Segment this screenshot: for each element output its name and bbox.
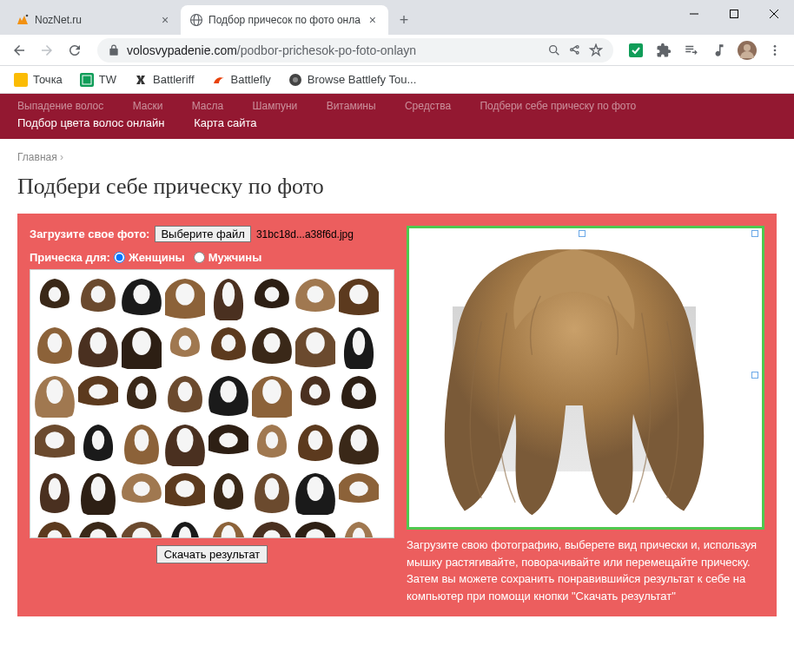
svg-point-53 [49,478,61,499]
hairstyle-thumbnail[interactable] [208,322,249,371]
close-icon[interactable]: × [366,13,380,27]
hairstyle-thumbnail[interactable] [34,322,76,371]
hairstyle-thumbnail[interactable] [164,468,206,517]
resize-handle-icon[interactable] [751,372,758,379]
nav-link[interactable]: Подбери себе прическу по фото [480,97,636,115]
share-icon[interactable] [568,43,582,57]
reload-button[interactable] [63,38,87,63]
window-close-button[interactable] [754,0,794,28]
back-button[interactable] [7,38,31,63]
hairstyle-thumbnail[interactable] [251,517,293,538]
bookmark-item[interactable]: Battlefly [205,69,278,90]
hairstyle-thumbnail[interactable] [77,419,119,468]
svg-point-36 [353,331,365,355]
hairstyle-thumbnail[interactable] [208,468,249,517]
profile-avatar[interactable] [735,38,759,63]
hairstyle-thumbnail[interactable] [164,517,206,538]
hairstyle-thumbnail[interactable] [338,468,380,517]
hairstyle-thumbnail[interactable] [121,322,162,371]
music-icon[interactable] [707,38,731,63]
extension-icon[interactable] [624,38,648,63]
hairstyle-thumbnail[interactable] [294,371,336,419]
resize-handle-icon[interactable] [751,230,758,237]
hairstyle-thumbnail[interactable] [208,419,249,468]
hairstyle-thumbnail[interactable] [338,371,380,419]
hairstyle-thumbnail[interactable] [251,273,293,322]
hairstyle-thumbnail[interactable] [338,322,380,371]
reading-list-icon[interactable] [679,38,704,63]
hairstyle-thumbnail[interactable] [121,371,162,419]
hairstyle-thumbnail[interactable] [294,419,336,468]
browser-tab[interactable]: NozNet.ru × [7,5,181,35]
bookmark-label: Battleriff [153,73,194,86]
nav-link[interactable]: Шампуни [253,97,298,115]
menu-icon[interactable] [763,38,787,63]
window-minimize-button[interactable] [674,0,714,28]
nav-link[interactable]: Выпадение волос [17,97,103,115]
hairstyle-thumbnail[interactable] [77,468,119,517]
download-result-button[interactable]: Скачать результат [156,545,268,563]
nav-link[interactable]: Витамины [327,97,376,115]
hairstyle-thumbnail[interactable] [294,468,336,517]
hairstyle-thumbnail[interactable] [77,322,119,371]
hairstyle-thumbnail[interactable] [208,273,249,322]
hairstyle-grid[interactable]: document.write((function(){ const colors… [30,269,394,538]
hairstyle-thumbnail[interactable] [338,419,380,468]
hairstyle-thumbnail[interactable] [77,517,119,538]
nav-link[interactable]: Карта сайта [194,115,256,132]
bookmark-item[interactable]: Browse Battlefy Tou... [281,69,424,90]
gender-women-label: Женщины [129,251,185,264]
hairstyle-thumbnail[interactable] [164,322,206,371]
hair-overlay[interactable] [418,237,731,524]
hairstyle-thumbnail[interactable] [77,273,119,322]
bookmark-item[interactable]: TW [73,69,123,90]
window-maximize-button[interactable] [714,0,754,28]
hairstyle-thumbnail[interactable] [251,468,293,517]
hairstyle-thumbnail[interactable] [121,419,162,468]
hairstyle-thumbnail[interactable] [294,517,336,538]
hairstyle-thumbnail[interactable] [294,322,336,371]
nav-link[interactable]: Маски [133,97,163,115]
hairstyle-thumbnail[interactable] [34,419,76,468]
hairstyle-thumbnail[interactable] [251,322,293,371]
bookmark-item[interactable]: Battleriff [127,69,201,90]
svg-point-51 [308,431,323,450]
nav-link[interactable]: Масла [192,97,223,115]
close-icon[interactable]: × [158,13,172,27]
hairstyle-thumbnail[interactable] [121,517,162,538]
hairstyle-thumbnail[interactable] [208,517,249,538]
hairstyle-thumbnail[interactable] [34,273,76,322]
hairstyle-thumbnail[interactable] [121,468,162,517]
hairstyle-thumbnail[interactable] [121,273,162,322]
gender-men-radio[interactable] [194,252,205,263]
address-bar[interactable]: volosvypadenie.com/podbor-prichesok-po-f… [97,38,613,63]
bookmark-item[interactable]: Точка [7,69,69,90]
hairstyle-thumbnail[interactable] [34,517,76,538]
hairstyle-thumbnail[interactable] [34,468,76,517]
forward-button[interactable] [35,38,59,63]
star-icon[interactable] [589,43,603,57]
url-text: volosvypadenie.com/podbor-prichesok-po-f… [127,43,540,57]
nav-link[interactable]: Подбор цвета волос онлайн [17,115,165,132]
choose-file-button[interactable]: Выберите файл [155,226,250,242]
gender-women-radio[interactable] [114,252,125,263]
resize-handle-icon[interactable] [579,230,586,237]
hairstyle-thumbnail[interactable] [294,273,336,322]
hairstyle-thumbnail[interactable] [251,419,293,468]
extensions-icon[interactable] [652,38,676,63]
nav-link[interactable]: Средства [405,97,451,115]
hairstyle-thumbnail[interactable] [208,371,249,419]
hairstyle-thumbnail[interactable] [338,273,380,322]
hairstyle-thumbnail[interactable] [77,371,119,419]
hairstyle-thumbnail[interactable] [164,371,206,419]
hairstyle-thumbnail[interactable] [164,419,206,468]
hairstyle-thumbnail[interactable] [251,371,293,419]
hairstyle-thumbnail[interactable] [164,273,206,322]
hairstyle-thumbnail[interactable] [34,371,76,419]
hairstyle-thumbnail[interactable] [338,517,380,538]
preview-canvas[interactable] [407,226,764,530]
new-tab-button[interactable]: + [392,8,416,32]
search-icon[interactable] [547,43,561,57]
breadcrumb-link[interactable]: Главная [17,151,57,163]
browser-tab[interactable]: Подбор причесок по фото онла × [181,5,388,35]
